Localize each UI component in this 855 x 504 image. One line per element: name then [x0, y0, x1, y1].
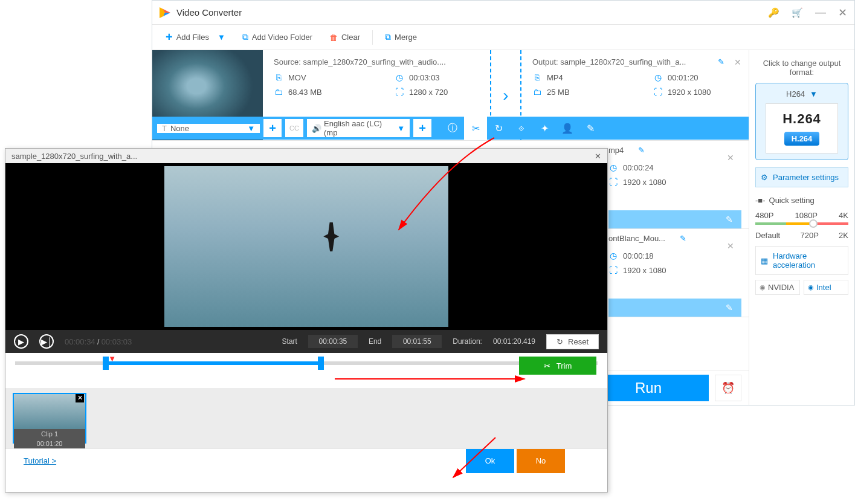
edit-tool[interactable]: ✎: [579, 117, 602, 140]
output-size: 25 MB: [547, 88, 570, 97]
cart-icon[interactable]: 🛒: [792, 7, 803, 18]
add-folder-button[interactable]: ⧉ Add Video Folder: [234, 25, 321, 50]
edit-icon[interactable]: ✎: [718, 57, 724, 66]
close-icon[interactable]: ✕: [838, 6, 847, 19]
subtitle-select[interactable]: T None ▼: [157, 124, 260, 133]
dialog-titlebar: sample_1280x720_surfing_with_a... ✕: [5, 149, 607, 163]
merge-label: Merge: [395, 33, 417, 42]
file3-duration: 00:00:18: [623, 251, 654, 260]
slider-ticks-bot: Default720P2K: [755, 231, 848, 240]
end-label: End: [369, 337, 381, 346]
clip-thumbnail[interactable]: ✕ Clip 1 00:01:20: [13, 393, 86, 444]
timeline-area: ▼ ✂ Trim: [5, 353, 607, 388]
add-files-button[interactable]: + Add Files ▼: [157, 25, 234, 50]
end-input[interactable]: [392, 335, 442, 348]
end-handle[interactable]: [318, 357, 324, 370]
cut-tool[interactable]: ✂: [464, 117, 487, 140]
close-icon[interactable]: ✕: [734, 57, 741, 67]
key-icon[interactable]: 🔑: [768, 7, 779, 18]
sidebar: Click to change output format: H264 ▼ H.…: [749, 50, 854, 405]
format-icon: ⎘: [274, 73, 283, 82]
timeline-track[interactable]: ▼: [15, 361, 598, 365]
format-icon: ⎘: [532, 73, 542, 82]
cc-button[interactable]: CC: [285, 119, 303, 137]
ok-button[interactable]: Ok: [466, 449, 514, 473]
top-toolbar: + Add Files ▼ ⧉ Add Video Folder 🗑 Clear…: [152, 25, 854, 50]
resolution-icon: ⛶: [395, 87, 404, 97]
clock-icon: ◷: [395, 73, 404, 82]
edit-icon: ✎: [726, 215, 733, 224]
start-handle[interactable]: [103, 357, 109, 370]
edit-icon[interactable]: ✎: [638, 146, 645, 155]
edit-bar[interactable]: ✎: [608, 210, 741, 228]
start-input[interactable]: [308, 335, 358, 348]
close-icon[interactable]: ✕: [595, 152, 601, 161]
dialog-footer: Tutorial > Ok No: [5, 448, 607, 473]
edit-icon[interactable]: ✎: [680, 234, 686, 243]
step-button[interactable]: ▶│: [39, 334, 54, 349]
close-icon[interactable]: ✕: [727, 153, 734, 163]
info-tool[interactable]: ⓘ: [441, 117, 464, 140]
slider-thumb[interactable]: [809, 219, 818, 228]
output-format: MP4: [547, 73, 563, 82]
add-audio-button[interactable]: +: [413, 119, 431, 137]
chevron-down-icon: ▼: [810, 89, 818, 99]
trim-button[interactable]: ✂ Trim: [519, 357, 596, 375]
play-button[interactable]: ▶: [14, 334, 28, 349]
sidebar-title: Click to change output format:: [755, 59, 848, 77]
source-format: MOV: [288, 73, 306, 82]
quick-setting-label: -■-Quick setting: [755, 196, 848, 205]
no-button[interactable]: No: [517, 449, 565, 473]
tutorial-link[interactable]: Tutorial >: [24, 456, 56, 465]
edit-bar[interactable]: ✎: [608, 299, 741, 317]
chevron-down-icon[interactable]: ▼: [218, 33, 225, 42]
app-title: Video Converter: [176, 7, 242, 18]
clear-button[interactable]: 🗑 Clear: [321, 25, 369, 50]
sliders-icon: ⚙: [761, 173, 768, 182]
file2-res: 1920 x 1080: [623, 178, 666, 187]
separator: [372, 30, 373, 45]
crop-tool[interactable]: ⟐: [510, 117, 533, 140]
audio-select[interactable]: 🔊 English aac (LC) (mp ▼: [307, 119, 410, 137]
add-files-label: Add Files: [176, 33, 209, 42]
output-res: 1920 x 1080: [668, 88, 711, 97]
watermark-tool[interactable]: 👤: [556, 117, 579, 140]
parameter-settings-button[interactable]: ⚙ Parameter settings: [755, 167, 848, 187]
add-subtitle-button[interactable]: +: [263, 119, 282, 137]
file3-res: 1920 x 1080: [623, 266, 666, 275]
resolution-icon: ⛶: [653, 87, 663, 97]
time-display: 00:00:34 / 00:03:03: [65, 337, 132, 346]
speaker-icon: 🔊: [312, 124, 321, 133]
preview-frame: [164, 166, 448, 327]
chevron-down-icon: ▼: [397, 124, 405, 133]
add-folder-label: Add Video Folder: [252, 33, 312, 42]
file3-name: ontBlanc_Mou...: [608, 234, 665, 243]
close-icon[interactable]: ✕: [727, 241, 734, 251]
start-label: Start: [282, 337, 297, 346]
plus-icon: +: [166, 30, 173, 44]
surfer-silhouette: [323, 222, 339, 251]
trim-dialog: sample_1280x720_surfing_with_a... ✕ ▶ ▶│…: [5, 148, 608, 493]
merge-button[interactable]: ⧉ Merge: [376, 25, 425, 50]
playhead-marker[interactable]: ▼: [108, 354, 116, 363]
resolution-slider[interactable]: [755, 222, 848, 225]
video-preview[interactable]: [5, 163, 607, 330]
source-res: 1280 x 720: [409, 88, 448, 97]
schedule-button[interactable]: ⏰: [715, 375, 741, 401]
effect-tool[interactable]: ✦: [533, 117, 556, 140]
hardware-accel-button[interactable]: ▦ Hardware acceleration: [755, 246, 848, 275]
folder-icon: 🗀: [532, 87, 542, 97]
minimize-icon[interactable]: —: [815, 6, 826, 19]
output-duration: 00:01:20: [668, 73, 699, 82]
hw-label: Hardware acceleration: [773, 251, 843, 270]
rotate-tool[interactable]: ↻: [487, 117, 510, 140]
format-selector[interactable]: H264 ▼ H.264 H.264: [755, 83, 848, 160]
chip-icon: ▦: [761, 256, 768, 265]
remove-clip-icon[interactable]: ✕: [76, 394, 84, 402]
clip-duration: 00:01:20: [14, 439, 85, 448]
folder-icon: 🗀: [274, 87, 283, 97]
codec-box: H.264 H.264: [766, 103, 838, 153]
folder-plus-icon: ⧉: [242, 32, 248, 42]
reset-button[interactable]: ↻ Reset: [546, 334, 599, 349]
titlebar: Video Converter 🔑 🛒 — ✕: [152, 1, 854, 25]
